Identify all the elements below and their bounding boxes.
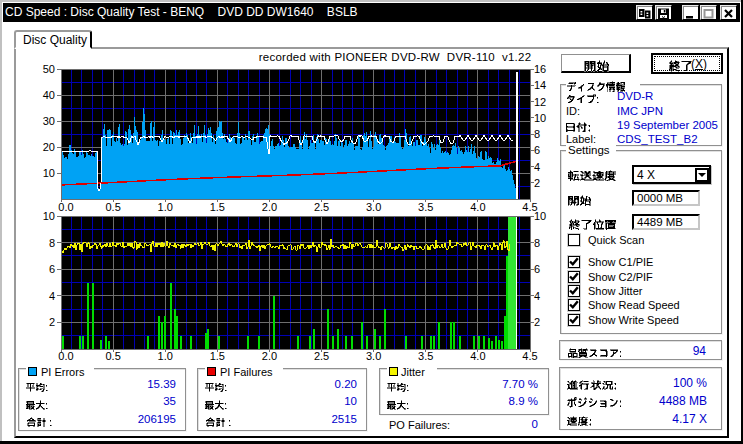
- svg-text:10: 10: [43, 210, 55, 222]
- svg-text:2: 2: [534, 316, 540, 328]
- svg-text:4: 4: [534, 290, 540, 302]
- svg-text:4.0: 4.0: [470, 350, 485, 362]
- svg-text:40: 40: [43, 89, 55, 101]
- svg-text:4.5: 4.5: [522, 350, 537, 362]
- svg-text:3.0: 3.0: [366, 350, 381, 362]
- svg-text:1.5: 1.5: [210, 201, 225, 213]
- svg-text:14: 14: [534, 79, 546, 91]
- svg-text:4: 4: [49, 290, 55, 302]
- svg-text:3.5: 3.5: [418, 350, 433, 362]
- svg-text:2.0: 2.0: [262, 201, 277, 213]
- svg-text:1.5: 1.5: [210, 350, 225, 362]
- svg-text:3.5: 3.5: [418, 201, 433, 213]
- svg-text:0.0: 0.0: [58, 201, 73, 213]
- svg-text:6: 6: [534, 263, 540, 275]
- svg-text:1.0: 1.0: [158, 201, 173, 213]
- svg-text:6: 6: [534, 144, 540, 156]
- svg-text:8: 8: [49, 237, 55, 249]
- svg-text:2.5: 2.5: [314, 201, 329, 213]
- svg-text:12: 12: [534, 96, 546, 108]
- svg-text:10: 10: [534, 210, 546, 222]
- svg-text:8: 8: [534, 128, 540, 140]
- svg-text:2: 2: [49, 316, 55, 328]
- svg-text:0.0: 0.0: [58, 350, 73, 362]
- svg-text:16: 16: [534, 63, 546, 75]
- svg-text:2.5: 2.5: [314, 350, 329, 362]
- svg-text:20: 20: [43, 141, 55, 153]
- svg-text:3.0: 3.0: [366, 201, 381, 213]
- svg-text:1.0: 1.0: [158, 350, 173, 362]
- svg-text:0.5: 0.5: [105, 350, 120, 362]
- svg-text:4: 4: [534, 161, 540, 173]
- svg-text:2: 2: [534, 177, 540, 189]
- svg-text:10: 10: [534, 112, 546, 124]
- svg-text:4.0: 4.0: [470, 201, 485, 213]
- svg-text:0.5: 0.5: [105, 201, 120, 213]
- svg-text:10: 10: [43, 167, 55, 179]
- svg-text:8: 8: [534, 237, 540, 249]
- svg-text:30: 30: [43, 115, 55, 127]
- svg-text:2.0: 2.0: [262, 350, 277, 362]
- svg-text:6: 6: [49, 263, 55, 275]
- svg-text:50: 50: [43, 63, 55, 75]
